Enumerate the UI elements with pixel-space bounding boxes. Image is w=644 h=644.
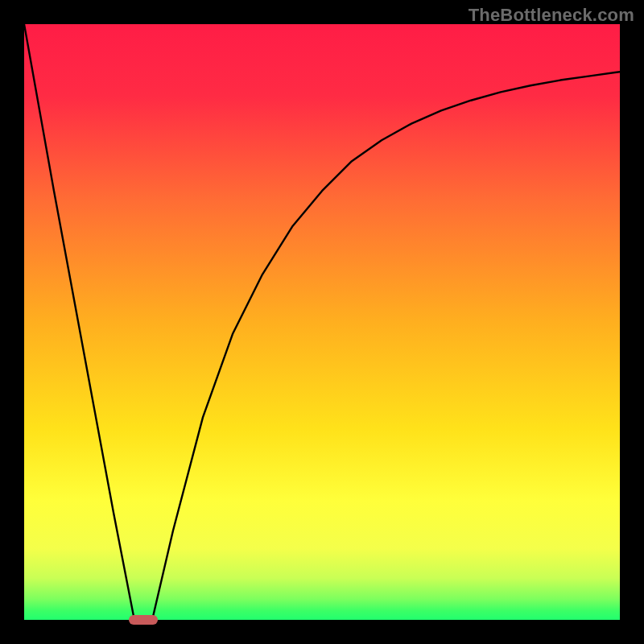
attribution-text: TheBottleneck.com (469, 5, 634, 26)
bottleneck-curve (24, 24, 620, 620)
chart-plot-area (24, 24, 620, 620)
optimal-marker (129, 615, 158, 625)
